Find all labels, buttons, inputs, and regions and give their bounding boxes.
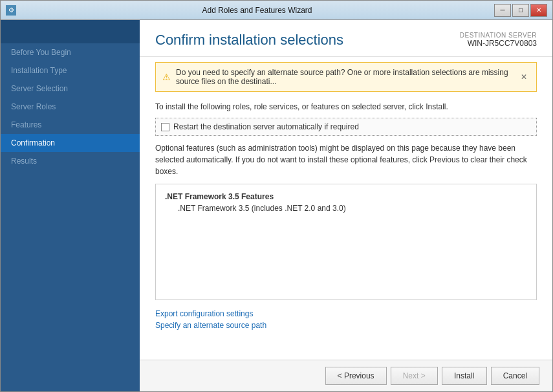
footer: < Previous Next > Install Cancel bbox=[140, 360, 552, 391]
page-header: Confirm installation selections DESTINAT… bbox=[140, 20, 552, 57]
alert-banner: ⚠ Do you need to specify an alternate so… bbox=[155, 62, 537, 92]
titlebar: ⚙ Add Roles and Features Wizard ─ □ ✕ bbox=[1, 1, 552, 20]
export-config-link[interactable]: Export configuration settings bbox=[155, 309, 537, 318]
sidebar-item-server-roles[interactable]: Server Roles bbox=[1, 98, 140, 116]
window-title: Add Roles and Features Wizard bbox=[20, 6, 494, 15]
alert-close-button[interactable]: ✕ bbox=[518, 72, 530, 82]
previous-button[interactable]: < Previous bbox=[325, 367, 387, 385]
content-area: Confirm installation selections DESTINAT… bbox=[140, 20, 552, 391]
optional-note: Optional features (such as administratio… bbox=[155, 142, 537, 177]
feature-category: .NET Framework 3.5 Features bbox=[165, 192, 527, 201]
feature-item: .NET Framework 3.5 (includes .NET 2.0 an… bbox=[165, 204, 527, 213]
destination-server-name: WIN-JR5CC7V0803 bbox=[460, 39, 537, 48]
sidebar-item-confirmation[interactable]: Confirmation bbox=[1, 134, 140, 152]
wizard-window: ⚙ Add Roles and Features Wizard ─ □ ✕ Be… bbox=[0, 0, 553, 392]
alert-text: Do you need to specify an alternate sour… bbox=[176, 68, 513, 86]
link-section: Export configuration settings Specify an… bbox=[155, 307, 537, 336]
close-button[interactable]: ✕ bbox=[530, 4, 547, 17]
install-button[interactable]: Install bbox=[442, 367, 487, 385]
app-icon: ⚙ bbox=[6, 5, 16, 16]
sidebar-item-features[interactable]: Features bbox=[1, 116, 140, 134]
minimize-button[interactable]: ─ bbox=[494, 4, 511, 17]
sidebar-item-server-selection[interactable]: Server Selection bbox=[1, 80, 140, 98]
scroll-content: To install the following roles, role ser… bbox=[140, 97, 552, 360]
window-controls: ─ □ ✕ bbox=[494, 4, 547, 17]
destination-server-info: DESTINATION SERVER WIN-JR5CC7V0803 bbox=[460, 32, 537, 48]
alternate-source-link[interactable]: Specify an alternate source path bbox=[155, 321, 537, 330]
sidebar-header bbox=[1, 20, 140, 43]
maximize-button[interactable]: □ bbox=[512, 4, 529, 17]
wizard-body: Before You Begin Installation Type Serve… bbox=[1, 20, 552, 391]
sidebar-item-before-you-begin[interactable]: Before You Begin bbox=[1, 43, 140, 61]
page-title: Confirm installation selections bbox=[155, 32, 343, 49]
features-box: .NET Framework 3.5 Features .NET Framewo… bbox=[155, 184, 537, 300]
cancel-button[interactable]: Cancel bbox=[491, 367, 539, 385]
destination-server-label: DESTINATION SERVER bbox=[460, 32, 537, 39]
restart-checkbox-row[interactable]: Restart the destination server automatic… bbox=[155, 118, 537, 136]
install-note: To install the following roles, role ser… bbox=[155, 102, 537, 111]
warning-icon: ⚠ bbox=[162, 72, 171, 82]
sidebar: Before You Begin Installation Type Serve… bbox=[1, 20, 140, 391]
next-button[interactable]: Next > bbox=[391, 367, 438, 385]
sidebar-item-installation-type[interactable]: Installation Type bbox=[1, 61, 140, 80]
sidebar-item-results[interactable]: Results bbox=[1, 152, 140, 170]
restart-checkbox-label: Restart the destination server automatic… bbox=[173, 122, 359, 131]
restart-checkbox[interactable] bbox=[161, 123, 169, 131]
